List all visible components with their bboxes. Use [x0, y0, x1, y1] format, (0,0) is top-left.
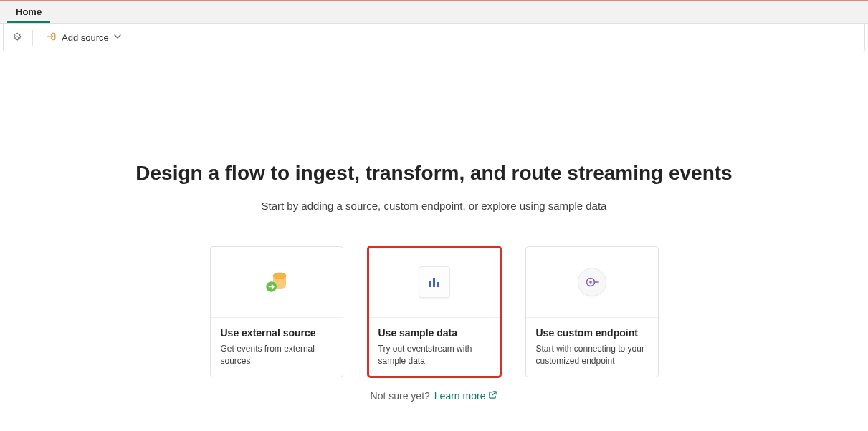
- card-title: Use custom endpoint: [536, 327, 648, 339]
- add-source-button[interactable]: Add source: [42, 28, 126, 47]
- database-arrow-icon: [261, 266, 292, 298]
- external-link-icon: [488, 390, 497, 402]
- page-subheading: Start by adding a source, custom endpoin…: [262, 200, 607, 212]
- card-external-source[interactable]: Use external source Get events from exte…: [210, 246, 343, 378]
- gear-icon[interactable]: [11, 32, 24, 44]
- toolbar-divider: [135, 30, 135, 46]
- add-source-icon: [46, 31, 57, 44]
- card-title: Use sample data: [378, 327, 490, 339]
- toolbar: Add source: [3, 24, 865, 52]
- learn-more-label: Learn more: [434, 390, 486, 402]
- learn-more-link[interactable]: Learn more: [434, 390, 498, 402]
- card-icon-area: [368, 247, 500, 318]
- footer-not-sure: Not sure yet?: [371, 390, 430, 402]
- card-icon-area: [526, 247, 658, 318]
- card-custom-endpoint[interactable]: Use custom endpoint Start with connectin…: [525, 246, 659, 378]
- add-source-label: Add source: [62, 32, 109, 43]
- svg-rect-6: [437, 282, 439, 287]
- footer-hint: Not sure yet? Learn more: [371, 390, 498, 402]
- svg-rect-5: [433, 278, 435, 287]
- card-desc: Start with connecting to your customized…: [536, 343, 648, 367]
- card-sample-data[interactable]: Use sample data Try out eventstream with…: [368, 246, 501, 378]
- tab-home[interactable]: Home: [7, 2, 50, 23]
- toolbar-divider: [32, 30, 33, 46]
- card-desc: Get events from external sources: [221, 343, 333, 367]
- bar-chart-icon: [419, 266, 450, 298]
- cards-row: Use external source Get events from exte…: [210, 246, 659, 378]
- card-icon-area: [211, 247, 343, 318]
- svg-point-8: [589, 281, 592, 284]
- tabs-bar: Home: [0, 1, 868, 24]
- page-heading: Design a flow to ingest, transform, and …: [135, 160, 732, 187]
- endpoint-icon: [578, 268, 606, 296]
- svg-rect-4: [429, 281, 431, 287]
- card-title: Use external source: [221, 327, 333, 339]
- chevron-down-icon: [113, 32, 122, 43]
- main-content: Design a flow to ingest, transform, and …: [0, 52, 868, 402]
- card-desc: Try out eventstream with sample data: [378, 343, 490, 367]
